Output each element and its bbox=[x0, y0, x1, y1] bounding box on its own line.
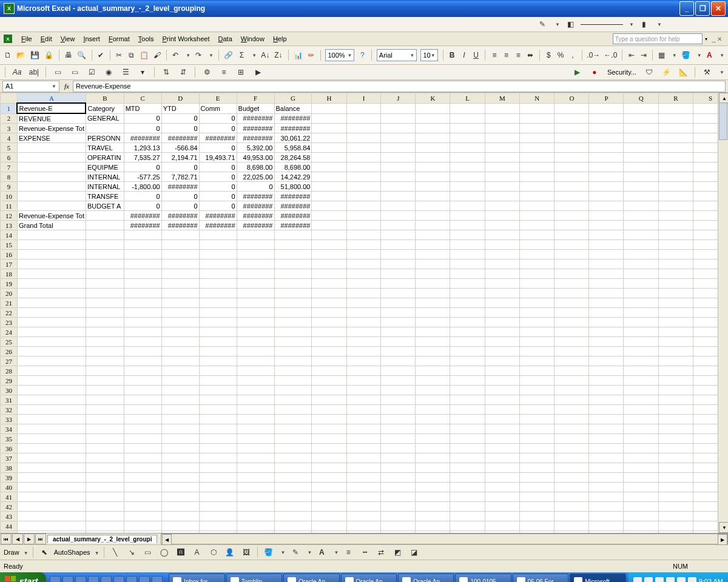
cell-H44[interactable] bbox=[312, 521, 346, 531]
cell-H30[interactable] bbox=[312, 386, 346, 395]
cell-Q33[interactable] bbox=[624, 415, 658, 424]
control-properties-icon[interactable]: ⚙ bbox=[200, 65, 214, 79]
cell-B39[interactable] bbox=[86, 473, 124, 483]
cell-F2[interactable]: ######## bbox=[237, 113, 274, 124]
col-header-P[interactable]: P bbox=[589, 93, 624, 104]
cell-I21[interactable] bbox=[346, 298, 381, 308]
cell-P13[interactable] bbox=[589, 221, 624, 230]
edit-code-icon[interactable]: ≡ bbox=[217, 65, 231, 79]
cell-M25[interactable] bbox=[485, 337, 519, 347]
cell-K42[interactable] bbox=[416, 502, 450, 512]
security-settings-icon[interactable]: 🛡 bbox=[642, 65, 656, 79]
cell-D4[interactable]: ######## bbox=[161, 133, 199, 143]
insert-picture-icon[interactable]: 🖼 bbox=[240, 546, 253, 559]
cell-D36[interactable] bbox=[161, 444, 199, 453]
cell-O35[interactable] bbox=[554, 434, 589, 444]
cell-C38[interactable] bbox=[124, 463, 161, 473]
cell-I4[interactable] bbox=[346, 133, 381, 143]
cell-J1[interactable] bbox=[381, 103, 416, 113]
cell-P16[interactable] bbox=[589, 250, 624, 259]
cell-K28[interactable] bbox=[416, 366, 450, 376]
cell-G22[interactable] bbox=[274, 308, 312, 318]
cell-R38[interactable] bbox=[658, 463, 693, 473]
cell-F31[interactable] bbox=[237, 395, 274, 405]
cell-E8[interactable]: 0 bbox=[199, 172, 237, 182]
cell-J39[interactable] bbox=[381, 473, 416, 483]
cell-C17[interactable] bbox=[124, 259, 161, 269]
cell-H31[interactable] bbox=[312, 395, 346, 405]
cell-P45[interactable] bbox=[589, 531, 624, 534]
tray-icon[interactable] bbox=[666, 577, 675, 582]
cell-I26[interactable] bbox=[346, 347, 381, 356]
help-search-box[interactable]: Type a question for help bbox=[613, 33, 703, 44]
cell-H19[interactable] bbox=[312, 279, 346, 289]
clipart-icon[interactable]: 👤 bbox=[223, 546, 237, 559]
cell-I7[interactable] bbox=[346, 162, 381, 172]
cell-M11[interactable] bbox=[485, 201, 519, 211]
cell-F23[interactable] bbox=[237, 318, 274, 327]
cell-O9[interactable] bbox=[554, 182, 589, 192]
cell-D42[interactable] bbox=[161, 502, 199, 512]
autosum-icon[interactable]: Σ bbox=[237, 48, 246, 62]
row-header-41[interactable]: 41 bbox=[1, 492, 18, 502]
cell-A3[interactable]: Revenue-Expense Tot bbox=[17, 124, 86, 133]
cell-J28[interactable] bbox=[381, 366, 416, 376]
cell-C45[interactable] bbox=[124, 531, 161, 534]
cell-E21[interactable] bbox=[199, 298, 237, 308]
cell-E19[interactable] bbox=[199, 279, 237, 289]
cell-D18[interactable] bbox=[161, 269, 199, 279]
quicklaunch-icon[interactable] bbox=[139, 576, 150, 582]
cell-K23[interactable] bbox=[416, 318, 450, 327]
rectangle-icon[interactable]: ▭ bbox=[141, 546, 155, 559]
cell-B1[interactable]: Category bbox=[86, 103, 124, 113]
cell-H20[interactable] bbox=[312, 289, 346, 298]
cell-J23[interactable] bbox=[381, 318, 416, 327]
cell-F34[interactable] bbox=[237, 424, 274, 434]
cell-F37[interactable] bbox=[237, 453, 274, 463]
cell-N12[interactable] bbox=[520, 211, 554, 221]
cell-Q15[interactable] bbox=[624, 240, 658, 250]
cell-K34[interactable] bbox=[416, 424, 450, 434]
merge-center-icon[interactable]: ⬌ bbox=[526, 48, 534, 62]
taskbar-button[interactable]: Oracle Ap… bbox=[283, 574, 339, 582]
cell-N17[interactable] bbox=[520, 259, 554, 269]
button-control-icon[interactable]: ▭ bbox=[68, 65, 81, 79]
cell-G37[interactable] bbox=[274, 453, 312, 463]
increase-indent-icon[interactable]: ⇥ bbox=[639, 48, 648, 62]
cell-L11[interactable] bbox=[450, 201, 485, 211]
cell-L27[interactable] bbox=[450, 356, 485, 366]
cell-I9[interactable] bbox=[346, 182, 381, 192]
wordart-icon[interactable]: A bbox=[190, 546, 204, 559]
cell-L43[interactable] bbox=[450, 512, 485, 521]
eraser-icon[interactable]: ◧ bbox=[564, 18, 577, 31]
cell-Q34[interactable] bbox=[624, 424, 658, 434]
cell-C25[interactable] bbox=[124, 337, 161, 347]
cell-L5[interactable] bbox=[450, 143, 485, 153]
cell-G34[interactable] bbox=[274, 424, 312, 434]
cell-H2[interactable] bbox=[312, 113, 346, 124]
cell-N9[interactable] bbox=[520, 182, 554, 192]
cell-R21[interactable] bbox=[658, 298, 693, 308]
row-header-2[interactable]: 2 bbox=[1, 113, 18, 124]
cell-M8[interactable] bbox=[485, 172, 519, 182]
cell-M41[interactable] bbox=[485, 492, 519, 502]
cell-J19[interactable] bbox=[381, 279, 416, 289]
cell-C39[interactable] bbox=[124, 473, 161, 483]
cell-C23[interactable] bbox=[124, 318, 161, 327]
cell-B41[interactable] bbox=[86, 492, 124, 502]
minimize-button[interactable]: _ bbox=[679, 1, 694, 16]
cell-G38[interactable] bbox=[274, 463, 312, 473]
col-header-N[interactable]: N bbox=[520, 93, 554, 104]
cell-B21[interactable] bbox=[86, 298, 124, 308]
cell-A4[interactable]: EXPENSE bbox=[17, 133, 86, 143]
cell-O12[interactable] bbox=[554, 211, 589, 221]
cell-D45[interactable] bbox=[161, 531, 199, 534]
cell-J32[interactable] bbox=[381, 405, 416, 415]
cell-P17[interactable] bbox=[589, 259, 624, 269]
cell-Q17[interactable] bbox=[624, 259, 658, 269]
cell-Q3[interactable] bbox=[624, 124, 658, 133]
cell-K33[interactable] bbox=[416, 415, 450, 424]
tab-prev-icon[interactable]: ◀ bbox=[12, 534, 23, 544]
cell-N37[interactable] bbox=[520, 453, 554, 463]
cell-Q8[interactable] bbox=[624, 172, 658, 182]
